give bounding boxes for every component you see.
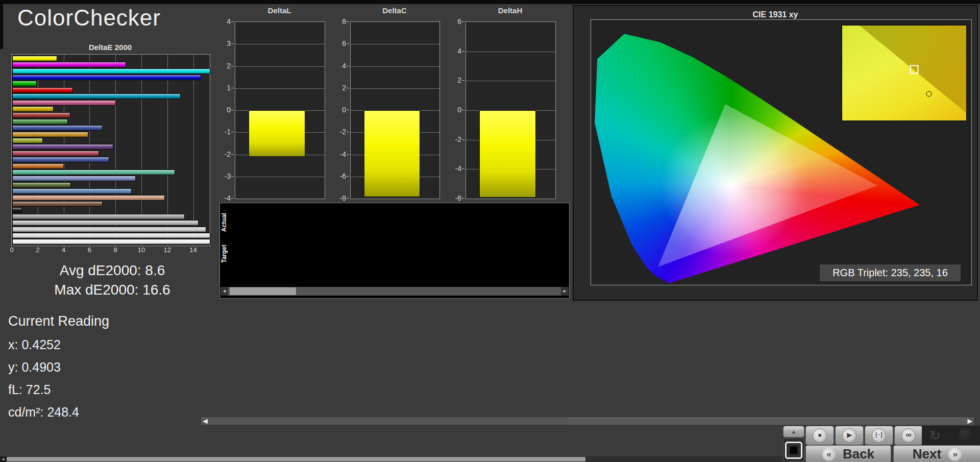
deltae-bar <box>12 188 132 194</box>
deltaC-y-tick: -8 <box>340 194 346 202</box>
deltaH-tickmark <box>462 110 464 110</box>
deltaC-title: DeltaC <box>350 6 439 15</box>
cie-title: CIE 1931 xy <box>574 10 977 19</box>
max-de2000: Max dE2000: 16.6 <box>15 282 209 298</box>
cie-1931-panel: CIE 1931 xy RGB Triplet: 235, 235, 16 <box>573 5 978 301</box>
deltae-x-tick: 0 <box>10 246 13 254</box>
deltae-bar <box>12 56 57 61</box>
deltaH-tickmark <box>462 139 464 140</box>
actual-row-label: Actual <box>220 208 228 237</box>
deltaC-y-tick: -2 <box>340 128 346 136</box>
deltaC-y-tick: 4 <box>342 62 346 70</box>
deltaH-y-tick: -6 <box>455 194 461 202</box>
deltaC-bar <box>364 110 420 197</box>
deltaH-tickmark <box>462 198 464 199</box>
strip-scroll-thumb[interactable] <box>230 287 296 295</box>
bottom-scroll-left-icon[interactable]: ◄ <box>0 456 6 462</box>
page-title: ColorChecker <box>17 5 161 31</box>
deltaL-tickmark <box>231 176 234 177</box>
toolbar-scroll-up-button[interactable]: ▲ <box>783 426 804 437</box>
table-scroll-left-icon[interactable]: ◄ <box>201 417 209 425</box>
deltae-bar <box>12 176 136 181</box>
deltae-x-tick: 12 <box>164 246 171 254</box>
current-reading-y: y: 0.4903 <box>8 360 61 375</box>
current-reading-x: x: 0.4252 <box>8 337 61 352</box>
deltaL-tickmark <box>231 132 234 132</box>
deltaC-tickmark <box>347 88 349 88</box>
deltaH-tickmark <box>462 80 464 81</box>
deltaH-gridline <box>466 52 555 52</box>
deltae-x-tick: 2 <box>36 246 39 254</box>
inset-measured-marker <box>926 91 932 96</box>
deltaL-bar <box>249 110 305 157</box>
deltae-bar <box>12 151 99 156</box>
deltae-bar <box>12 125 103 131</box>
deltaC-y-tick: 6 <box>342 39 346 47</box>
bottom-scrollbar[interactable]: ◄ <box>0 456 783 462</box>
deltae-bar <box>12 163 64 169</box>
deltae-bar-chart <box>11 54 210 246</box>
deltae-gridline <box>193 55 194 246</box>
deltae-bar <box>12 239 210 245</box>
deltaL-tickmark <box>231 43 234 44</box>
continuous-measure-button[interactable]: ∞ <box>894 426 923 445</box>
back-button[interactable]: « Back <box>805 445 891 462</box>
target-row-label: Target <box>220 238 228 270</box>
pattern-window-button[interactable] <box>783 438 804 462</box>
deltaH-y-tick: 2 <box>457 76 461 84</box>
deltaH-y-axis: 6420-2-4-6 <box>446 21 463 198</box>
deltae-bar <box>12 182 71 188</box>
deltaL-y-tick: -4 <box>225 194 231 202</box>
inset-gamut-region <box>842 26 966 120</box>
avg-de2000: Avg dE2000: 8.6 <box>15 262 209 279</box>
sync-icon: ↻ <box>927 427 943 444</box>
deltaL-tickmark <box>231 66 234 66</box>
stop-measure-button[interactable]: ■ <box>805 426 834 445</box>
deltaH-y-tick: -4 <box>455 164 461 173</box>
strip-scroll-left-icon[interactable]: ◄ <box>220 287 228 296</box>
deltaL-gridline <box>235 66 325 67</box>
deltaL-y-axis: 43210-1-2-3-4 <box>215 21 233 198</box>
deltae-bar <box>12 157 109 162</box>
record-icon <box>959 428 973 442</box>
deltaL-gridline <box>235 44 325 44</box>
interval-measure-button[interactable]: [··] <box>865 426 893 445</box>
deltae-x-tick: 6 <box>88 246 91 254</box>
strip-scroll-right-icon[interactable]: ► <box>561 287 569 296</box>
deltae-bar <box>12 87 73 93</box>
deltae-bar <box>12 138 43 143</box>
play-measure-button[interactable]: ▶ <box>835 426 864 445</box>
table-scroll-thumb[interactable] <box>210 418 567 424</box>
inactive-controls-panel: ↻ <box>922 426 980 445</box>
deltaC-tickmark <box>347 43 349 44</box>
deltae-x-tick: 8 <box>114 246 117 254</box>
table-scrollbar[interactable]: ◄ ► <box>201 417 974 425</box>
deltaL-gridline <box>235 177 325 177</box>
deltaL-y-tick: 3 <box>227 39 231 47</box>
stop-icon: ■ <box>813 428 827 443</box>
table-scroll-right-icon[interactable]: ► <box>966 417 974 425</box>
inset-target-marker <box>910 65 918 74</box>
deltae-bar <box>12 106 54 112</box>
next-chevron-icon: » <box>948 448 962 461</box>
deltaC-y-tick: 8 <box>342 17 346 26</box>
current-reading-cdm2: cd/m²: 248.4 <box>8 405 79 420</box>
deltae-bar <box>12 233 210 238</box>
next-button[interactable]: Next » <box>893 445 980 462</box>
strip-scrollbar[interactable]: ◄ ► <box>220 287 569 296</box>
deltaL-gridline <box>235 88 325 89</box>
deltae-x-axis: 02468101214 <box>11 246 209 254</box>
deltaH-tickmark <box>462 51 464 52</box>
deltaL-title: DeltaL <box>235 6 324 15</box>
deltaC-tickmark <box>347 132 349 132</box>
bottom-scroll-thumb[interactable] <box>7 457 585 461</box>
current-reading-heading: Current Reading <box>8 313 109 329</box>
deltaC-y-tick: 2 <box>342 84 346 92</box>
deltaH-tickmark <box>462 21 464 22</box>
deltae-bar <box>12 81 37 86</box>
deltaH-title: DeltaH <box>465 6 555 15</box>
app-window: ColorChecker DeltaE 2000 02468101214 Avg… <box>0 0 980 462</box>
deltaC-y-tick: -4 <box>340 150 346 158</box>
deltae-bar <box>12 119 68 125</box>
deltaL-y-tick: 4 <box>227 17 231 26</box>
